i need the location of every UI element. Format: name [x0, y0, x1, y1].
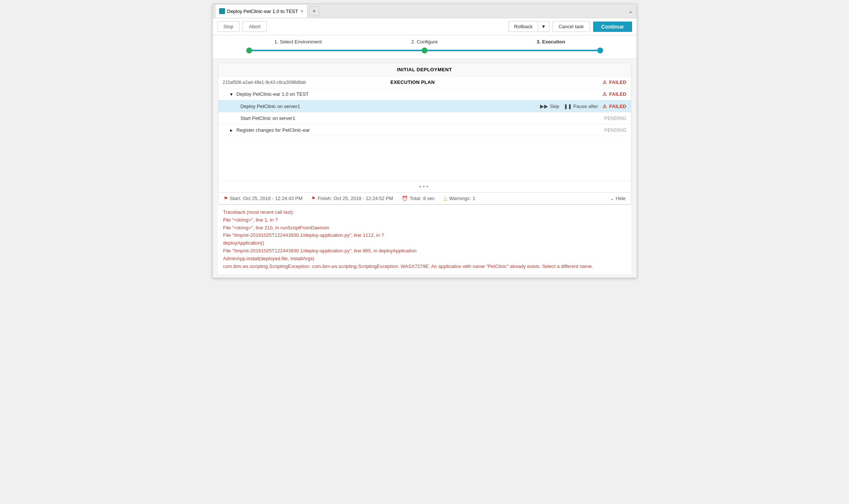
deployment-header: INITIAL DEPLOYMENT: [218, 63, 631, 76]
stop-button[interactable]: Stop: [217, 21, 240, 32]
pending-status-2: PENDING: [604, 127, 626, 133]
register-changes-name: Register changes for PetClinic-ear: [236, 127, 604, 133]
error-line-5: File "/tmp/ot-20181025T122443930.1/deplo…: [223, 247, 626, 255]
start-label: Start:: [230, 196, 241, 201]
step-labels-row: 1. Select Environment 2. Configure 3. Ex…: [213, 39, 637, 45]
failed-icon-2: ⚠: [602, 104, 607, 109]
progress-line-1: [252, 50, 422, 51]
pause-icon: ❚❚: [564, 104, 572, 109]
start-value: Oct 25, 2018 - 12:24:43 PM: [243, 196, 303, 201]
step-2-label: 2. Configure: [361, 39, 488, 45]
start-server1-name: Start PetClinic on server1: [241, 115, 605, 121]
total-info: ⏰ Total: 8 sec: [402, 196, 435, 201]
total-value: 8 sec: [423, 196, 435, 201]
tab-active[interactable]: Deploy PetClinic-ear 1.0 to TEST ×: [215, 4, 308, 18]
error-line-4: deployApplication(): [223, 239, 626, 247]
warnings-value: 1: [473, 196, 475, 201]
warnings-label: Warnings:: [449, 196, 471, 201]
hide-button[interactable]: ⌄ Hide: [610, 196, 626, 201]
finish-info: ⚑ Finish: Oct 25, 2018 - 12:24:52 PM: [311, 196, 393, 201]
tab-icon: [219, 8, 225, 14]
info-bar: ⚑ Start: Oct 25, 2018 - 12:24:43 PM ⚑ Fi…: [218, 193, 631, 204]
pause-label: Pause after: [573, 104, 598, 109]
steps-section: 1. Select Environment 2. Configure 3. Ex…: [213, 35, 637, 59]
chevron-up-icon: ⌄: [610, 196, 614, 201]
error-line-7: com.ibm.ws.scripting.ScriptingException:…: [223, 263, 626, 271]
toolbar: Stop Abort Rollback ▼ Cancel task Contin…: [213, 18, 637, 35]
finish-value: Oct 25, 2018 - 12:24:52 PM: [334, 196, 393, 201]
error-line-6: AdminApp.install(deployed.file, installA…: [223, 255, 626, 263]
failed-status-main: FAILED: [609, 79, 626, 85]
hide-label: Hide: [616, 196, 626, 201]
error-log: Traceback (most recent call last): File …: [218, 204, 631, 274]
continue-button[interactable]: Continue: [593, 22, 632, 32]
tab-add-button[interactable]: +: [309, 6, 319, 16]
progress-track: [213, 45, 637, 59]
step-1-label: 1. Select Environment: [235, 39, 361, 45]
finish-label: Finish:: [318, 196, 332, 201]
more-dots: •••: [218, 181, 631, 192]
failed-status-2: FAILED: [609, 104, 626, 109]
flag-icon: ⚑: [224, 196, 228, 201]
finish-icon: ⚑: [311, 196, 316, 201]
start-server1-row: Start PetClinic on server1 PENDING: [218, 112, 631, 124]
deployment-card: INITIAL DEPLOYMENT 215af506-a2ad-48e1-9c…: [218, 63, 631, 193]
tab-bar-right: ⌄: [627, 6, 634, 16]
skip-label: Skip: [550, 104, 559, 109]
execution-plan-header-row: 215af506-a2ad-48e1-9c43-c6ca3098d8ab EXE…: [218, 76, 631, 88]
expand-icon-1[interactable]: ▼: [230, 92, 234, 96]
error-line-0: Traceback (most recent call last):: [223, 209, 626, 216]
main-content: INITIAL DEPLOYMENT 215af506-a2ad-48e1-9c…: [213, 59, 637, 278]
error-line-2: File "<string>", line 210, in runScriptF…: [223, 224, 626, 232]
cancel-task-button[interactable]: Cancel task: [552, 21, 590, 32]
step-2-dot: [422, 48, 427, 53]
warning-icon: △: [443, 196, 447, 201]
clock-icon: ⏰: [402, 196, 408, 201]
task-actions-1: ▶▶ Skip ❚❚ Pause after: [540, 103, 598, 109]
content-spacer: [218, 136, 631, 181]
step-1-dot: [246, 48, 252, 53]
tab-title: Deploy PetClinic-ear 1.0 to TEST: [227, 9, 298, 14]
register-changes-row: ► Register changes for PetClinic-ear PEN…: [218, 124, 631, 136]
expand-icon-2[interactable]: ►: [230, 128, 234, 132]
pause-after-button[interactable]: ❚❚ Pause after: [564, 104, 598, 109]
total-label: Total:: [410, 196, 421, 201]
failed-status-1: FAILED: [609, 91, 626, 97]
deploy-server1-row: Deploy PetClinic on server1 ▶▶ Skip ❚❚ P…: [218, 100, 631, 112]
skip-button[interactable]: ▶▶ Skip: [540, 103, 559, 109]
tab-bar: Deploy PetClinic-ear 1.0 to TEST × + ⌄: [213, 4, 637, 18]
main-window: Deploy PetClinic-ear 1.0 to TEST × + ⌄ S…: [212, 4, 637, 278]
plan-label: EXECUTION PLAN: [390, 79, 435, 85]
rollback-split-button: Rollback ▼: [508, 21, 549, 32]
skip-icon: ▶▶: [540, 103, 548, 109]
error-line-1: File "<string>", line 1, in ?: [223, 216, 626, 224]
step-3-label: 3. Execution: [488, 39, 614, 45]
step-3-dot: [597, 48, 603, 53]
deploy-petclinic-name: Deploy PetClinic-ear 1.0 on TEST: [236, 91, 602, 97]
tab-close-button[interactable]: ×: [300, 9, 303, 14]
progress-line-2: [427, 50, 597, 51]
abort-button[interactable]: Abort: [243, 21, 267, 32]
start-info: ⚑ Start: Oct 25, 2018 - 12:24:43 PM: [224, 196, 303, 201]
warnings-info: △ Warnings: 1: [443, 196, 475, 201]
failed-icon-1: ⚠: [602, 91, 607, 97]
pending-status-1: PENDING: [604, 115, 626, 121]
rollback-button[interactable]: Rollback: [508, 21, 538, 32]
error-line-3: File "/tmp/ot-20181025T122443930.1/deplo…: [223, 232, 626, 239]
rollback-dropdown-button[interactable]: ▼: [538, 21, 549, 32]
execution-id: 215af506-a2ad-48e1-9c43-c6ca3098d8ab: [223, 80, 391, 85]
tab-dropdown-button[interactable]: ⌄: [627, 6, 634, 16]
deploy-server1-name: Deploy PetClinic on server1: [241, 104, 540, 109]
deploy-petclinic-row: ▼ Deploy PetClinic-ear 1.0 on TEST ⚠ FAI…: [218, 88, 631, 100]
failed-icon-main: ⚠: [602, 79, 607, 85]
